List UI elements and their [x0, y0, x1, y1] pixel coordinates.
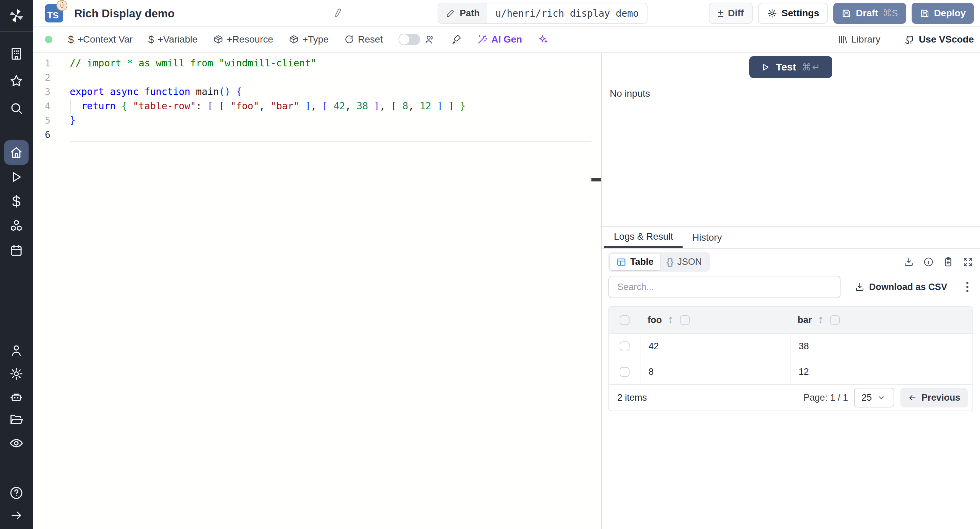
column-header-foo[interactable]: foo: [640, 315, 790, 325]
plus-minus-icon: ±: [718, 7, 724, 19]
sidebar-item-folders[interactable]: [0, 408, 33, 432]
code-content[interactable]: [70, 70, 591, 85]
sidebar-item-workers[interactable]: [0, 385, 33, 409]
table-menu-button[interactable]: [964, 280, 970, 294]
sidebar-item-settings[interactable]: [0, 362, 33, 386]
result-info-button[interactable]: [923, 257, 934, 267]
download-icon: [855, 282, 865, 292]
help-circle-icon: [9, 486, 24, 500]
code-content[interactable]: return { "table-row": [ [ "foo", "bar" ]…: [70, 99, 591, 113]
sidebar-item-resources[interactable]: [0, 214, 33, 238]
sidebar-item-expand[interactable]: [0, 503, 33, 527]
code-line[interactable]: 5}: [33, 113, 591, 127]
status-ready-dot: [45, 36, 52, 43]
edit-summary-button[interactable]: [331, 8, 343, 19]
sidebar-item-schedules[interactable]: [0, 238, 33, 263]
diff-button[interactable]: ± Diff: [709, 3, 753, 24]
ai-gen-button[interactable]: AI Gen: [477, 34, 522, 45]
result-actions: [904, 257, 973, 267]
checkbox[interactable]: [620, 315, 630, 325]
line-number[interactable]: 1: [33, 56, 70, 70]
code-content[interactable]: // import * as wmill from "windmill-clie…: [70, 56, 591, 70]
view-table-button[interactable]: Table: [610, 253, 660, 270]
line-number[interactable]: 3: [33, 85, 70, 99]
row-select-cell: [609, 367, 640, 377]
format-code-button[interactable]: [451, 34, 461, 45]
previous-page-button[interactable]: Previous: [900, 388, 968, 408]
checkbox[interactable]: [620, 367, 630, 377]
sidebar-divider: [0, 136, 33, 136]
deploy-button[interactable]: Deploy: [912, 3, 974, 24]
line-number[interactable]: 5: [33, 113, 70, 127]
table-view-label: Table: [630, 257, 654, 267]
line-number[interactable]: 4: [33, 99, 70, 113]
library-button[interactable]: Library: [837, 34, 881, 45]
toggle-switch[interactable]: [398, 34, 420, 45]
path-field[interactable]: Path u/henri/rich_display_demo: [438, 3, 648, 24]
sidebar-item-help[interactable]: [0, 481, 33, 505]
tab-history[interactable]: History: [682, 227, 731, 248]
checkbox[interactable]: [830, 315, 840, 325]
test-button[interactable]: Test ⌘↵: [749, 56, 832, 78]
editor-overview-ruler[interactable]: [591, 53, 601, 529]
checkbox[interactable]: [620, 341, 630, 351]
code-editor[interactable]: 1// import * as wmill from "windmill-cli…: [33, 53, 591, 529]
sparkles-icon: [538, 34, 548, 45]
line-number[interactable]: 6: [33, 127, 70, 142]
sidebar-item-audit[interactable]: [0, 431, 33, 456]
clipboard-copy-icon: [943, 257, 953, 267]
result-area: Table {} JSON: [601, 249, 980, 411]
copy-result-button[interactable]: [943, 257, 953, 267]
code-content[interactable]: }: [70, 113, 591, 127]
add-variable-button[interactable]: $ +Variable: [148, 34, 198, 45]
sidebar-item-runs[interactable]: [0, 165, 33, 189]
windmill-logo[interactable]: [0, 0, 33, 32]
download-csv-button[interactable]: Download as CSV: [855, 282, 947, 292]
result-table-body: 4238 812: [609, 334, 972, 385]
add-resource-button[interactable]: +Resource: [213, 34, 273, 45]
code-line[interactable]: 3export async function main() {: [33, 85, 591, 99]
reset-button[interactable]: Reset: [344, 34, 383, 45]
download-result-button[interactable]: [904, 257, 914, 267]
expand-icon: [963, 257, 973, 267]
page-size-select[interactable]: 25: [854, 388, 894, 408]
code-line[interactable]: 1// import * as wmill from "windmill-cli…: [33, 56, 591, 70]
draft-button[interactable]: Draft ⌘S: [833, 3, 906, 24]
code-line[interactable]: 2: [33, 70, 591, 85]
sidebar-item-workspace[interactable]: [0, 41, 33, 66]
expand-result-button[interactable]: [963, 257, 973, 267]
sort-icon[interactable]: [667, 316, 675, 324]
dollar-icon: $: [12, 193, 21, 210]
use-vscode-button[interactable]: Use VScode: [904, 34, 974, 45]
table-row[interactable]: 812: [609, 359, 972, 385]
table-cell: 42: [640, 334, 790, 359]
add-context-var-button[interactable]: $ +Context Var: [68, 34, 133, 45]
dollar-icon: $: [148, 34, 154, 45]
code-line[interactable]: 6: [33, 127, 591, 142]
settings-button[interactable]: Settings: [758, 3, 828, 24]
pencil-icon: [331, 8, 343, 19]
column-header-bar[interactable]: bar: [790, 315, 972, 325]
sidebar-item-search[interactable]: [0, 96, 33, 121]
add-type-button[interactable]: +Type: [289, 34, 329, 45]
sidebar-item-favorites[interactable]: [0, 69, 33, 93]
ai-gen-label: AI Gen: [492, 34, 522, 45]
code-content[interactable]: export async function main() {: [70, 85, 591, 99]
sidebar-item-home[interactable]: [0, 140, 33, 165]
sidebar-item-variables[interactable]: $: [0, 189, 33, 214]
wand-sparkles-icon: [477, 34, 488, 45]
info-icon: [923, 257, 934, 267]
search-input[interactable]: [608, 276, 840, 298]
table-row[interactable]: 4238: [609, 334, 972, 359]
view-json-button[interactable]: {} JSON: [660, 253, 708, 270]
ai-sparkles-button[interactable]: [538, 34, 548, 45]
code-line[interactable]: 4 return { "table-row": [ [ "foo", "bar"…: [33, 99, 591, 113]
path-value[interactable]: u/henri/rich_display_demo: [487, 3, 647, 23]
windmill-pinwheel-icon: [8, 8, 24, 24]
checkbox[interactable]: [680, 315, 690, 325]
sort-icon[interactable]: [817, 316, 825, 324]
line-number[interactable]: 2: [33, 70, 70, 85]
code-content[interactable]: [70, 127, 591, 142]
tab-logs-result[interactable]: Logs & Result: [605, 227, 682, 248]
sidebar-item-users[interactable]: [0, 338, 33, 363]
